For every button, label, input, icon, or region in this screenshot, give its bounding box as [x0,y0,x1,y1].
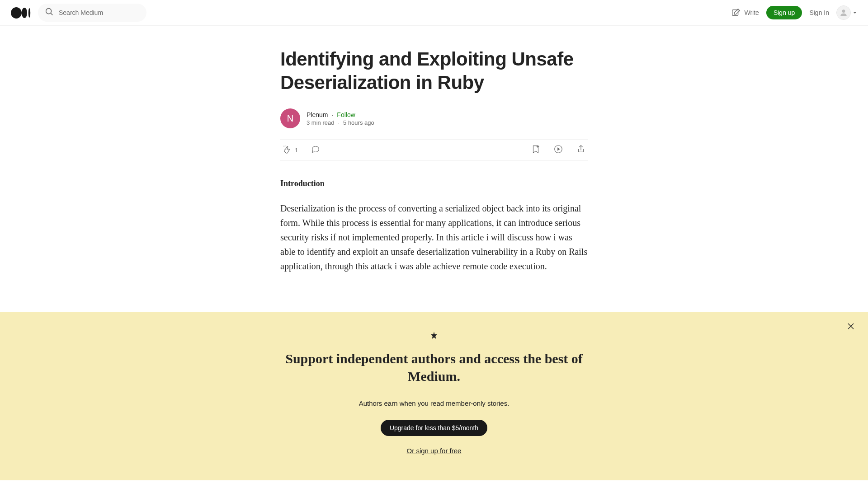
close-icon [846,324,855,332]
banner-close-button[interactable] [846,322,855,333]
comment-icon [311,144,321,156]
top-nav: Write Sign up Sign In [0,0,868,26]
svg-point-6 [842,9,845,13]
action-bar: 1 [280,139,588,161]
signup-free-link[interactable]: Or sign up for free [407,447,462,455]
avatar-icon [836,5,851,20]
section-heading: Introduction [280,179,588,188]
listen-button[interactable] [553,144,563,156]
byline: N Plenum · Follow 3 min read · 5 hours a… [280,108,588,128]
search-icon [44,7,54,19]
svg-point-2 [28,8,30,18]
clap-button[interactable]: 1 [282,145,298,156]
signin-link[interactable]: Sign In [809,9,829,16]
share-icon [576,144,586,156]
bookmark-button[interactable] [531,144,541,156]
comment-button[interactable] [311,144,321,156]
banner-headline: Support independent authors and access t… [280,350,588,385]
upgrade-button[interactable]: Upgrade for less than $5/month [381,420,487,436]
star-icon [280,332,588,341]
chevron-down-icon [853,9,857,17]
author-name[interactable]: Plenum [307,111,328,118]
search-input[interactable] [59,9,141,16]
article-title: Identifying and Exploiting Unsafe Deseri… [280,47,588,94]
svg-point-1 [22,8,27,18]
medium-logo[interactable] [11,7,31,19]
author-avatar[interactable]: N [280,108,300,128]
svg-line-4 [51,13,52,15]
svg-rect-5 [732,10,738,16]
membership-banner: Support independent authors and access t… [0,312,868,480]
separator-dot: · [331,111,333,118]
write-link[interactable]: Write [731,8,759,18]
publish-time: 5 hours ago [343,119,374,126]
share-button[interactable] [576,144,586,156]
follow-link[interactable]: Follow [337,111,355,118]
article: Identifying and Exploiting Unsafe Deseri… [280,26,588,273]
play-circle-icon [553,144,563,156]
write-label: Write [745,9,759,16]
svg-line-7 [284,146,284,147]
article-paragraph: Deserialization is the process of conver… [280,201,588,273]
read-time: 3 min read [307,119,334,126]
svg-point-3 [46,9,52,14]
separator-dot: · [338,119,340,126]
clap-icon [282,145,292,156]
profile-menu[interactable] [836,5,857,20]
search-box[interactable] [38,4,146,22]
banner-subtext: Authors earn when you read member-only s… [280,399,588,407]
bookmark-add-icon [531,144,541,156]
signup-button[interactable]: Sign up [766,6,802,19]
clap-count: 1 [295,147,298,154]
svg-point-0 [11,7,22,19]
write-icon [731,8,741,18]
